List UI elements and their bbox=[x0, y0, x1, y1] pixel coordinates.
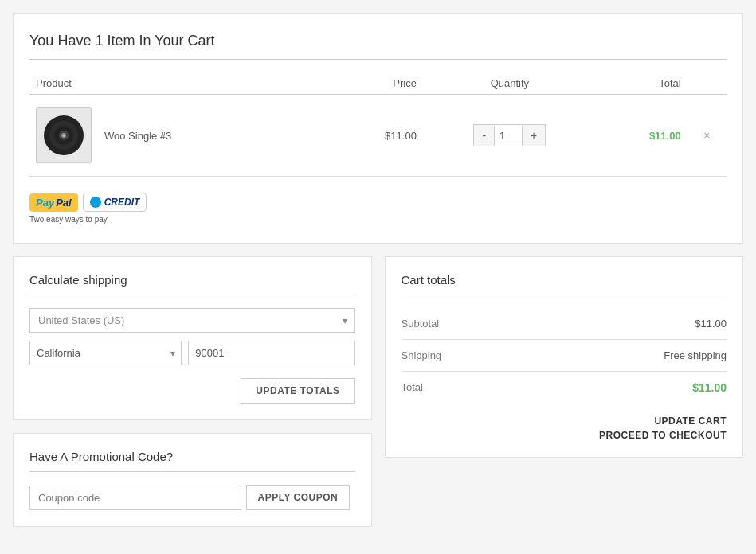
update-cart-button[interactable]: UPDATE CART bbox=[654, 416, 727, 427]
cart-actions: UPDATE CART PROCEED TO CHECKOUT bbox=[402, 416, 727, 441]
subtotal-value: $11.00 bbox=[695, 318, 727, 330]
col-header-product: Product bbox=[29, 72, 332, 95]
paypal-row: PayPal CREDIT Two easy ways to pay bbox=[29, 188, 727, 224]
product-price: $11.00 bbox=[332, 95, 423, 177]
vinyl-record-icon bbox=[43, 115, 84, 156]
state-select-wrapper: California bbox=[29, 341, 182, 365]
shipping-label: Shipping bbox=[402, 349, 442, 361]
state-zip-row: California bbox=[29, 341, 355, 365]
bottom-row: Calculate shipping United States (US) Ca… bbox=[13, 256, 743, 527]
shipping-row: Shipping Free shipping bbox=[402, 340, 727, 372]
col-header-quantity: Quantity bbox=[423, 72, 597, 95]
cart-title-divider bbox=[29, 59, 727, 60]
product-cell: Woo Single #3 bbox=[29, 95, 332, 177]
shipping-title: Calculate shipping bbox=[29, 273, 355, 287]
cart-totals-title: Cart totals bbox=[402, 273, 727, 287]
col-header-price: Price bbox=[332, 72, 423, 95]
col-header-total: Total bbox=[597, 72, 687, 95]
shipping-panel: Calculate shipping United States (US) Ca… bbox=[13, 256, 372, 420]
coupon-divider bbox=[29, 471, 355, 472]
cart-section: You Have 1 Item In Your Cart Product Pri… bbox=[13, 13, 743, 244]
update-totals-button[interactable]: UPDATE TOTALS bbox=[241, 378, 354, 404]
proceed-to-checkout-button[interactable]: PROCEED TO CHECKOUT bbox=[599, 430, 727, 441]
cart-table: Product Price Quantity Total bbox=[29, 72, 727, 177]
remove-item-button[interactable]: × bbox=[687, 95, 727, 177]
zip-input[interactable] bbox=[188, 341, 354, 365]
paypal-badge[interactable]: PayPal bbox=[29, 193, 78, 212]
coupon-row: APPLY COUPON bbox=[29, 485, 355, 510]
state-select[interactable]: California bbox=[29, 341, 182, 365]
product-total: $11.00 bbox=[597, 95, 687, 177]
country-select[interactable]: United States (US) bbox=[29, 308, 355, 333]
svg-point-5 bbox=[63, 135, 65, 137]
coupon-input[interactable] bbox=[29, 486, 241, 510]
table-row: Woo Single #3 $11.00 - + $11.00 × bbox=[29, 95, 727, 177]
cart-title: You Have 1 Item In Your Cart bbox=[29, 33, 727, 49]
total-row: Total $11.00 bbox=[402, 372, 727, 404]
shipping-divider bbox=[29, 295, 355, 295]
subtotal-label: Subtotal bbox=[402, 318, 440, 330]
subtotal-row: Subtotal $11.00 bbox=[402, 308, 727, 340]
quantity-decrease-button[interactable]: - bbox=[474, 125, 494, 146]
quantity-increase-button[interactable]: + bbox=[523, 125, 545, 146]
product-thumbnail bbox=[36, 107, 92, 163]
paypal-credit-badge[interactable]: CREDIT bbox=[83, 193, 147, 212]
apply-coupon-button[interactable]: APPLY COUPON bbox=[246, 485, 351, 510]
coupon-panel: Have A Promotional Code? APPLY COUPON bbox=[13, 433, 372, 527]
shipping-value: Free shipping bbox=[664, 349, 727, 361]
quantity-control: - + bbox=[473, 124, 546, 146]
left-column: Calculate shipping United States (US) Ca… bbox=[13, 256, 372, 527]
product-name: Woo Single #3 bbox=[104, 130, 171, 142]
total-label: Total bbox=[402, 381, 423, 394]
cart-totals-panel: Cart totals Subtotal $11.00 Shipping Fre… bbox=[385, 256, 744, 458]
cart-totals-divider bbox=[402, 295, 727, 295]
quantity-cell: - + bbox=[423, 95, 597, 177]
country-select-wrapper: United States (US) bbox=[29, 308, 355, 333]
total-value: $11.00 bbox=[692, 381, 727, 394]
paypal-tagline: Two easy ways to pay bbox=[29, 215, 147, 224]
coupon-title: Have A Promotional Code? bbox=[29, 450, 355, 463]
right-column: Cart totals Subtotal $11.00 Shipping Fre… bbox=[385, 256, 744, 458]
quantity-input[interactable] bbox=[494, 126, 523, 146]
